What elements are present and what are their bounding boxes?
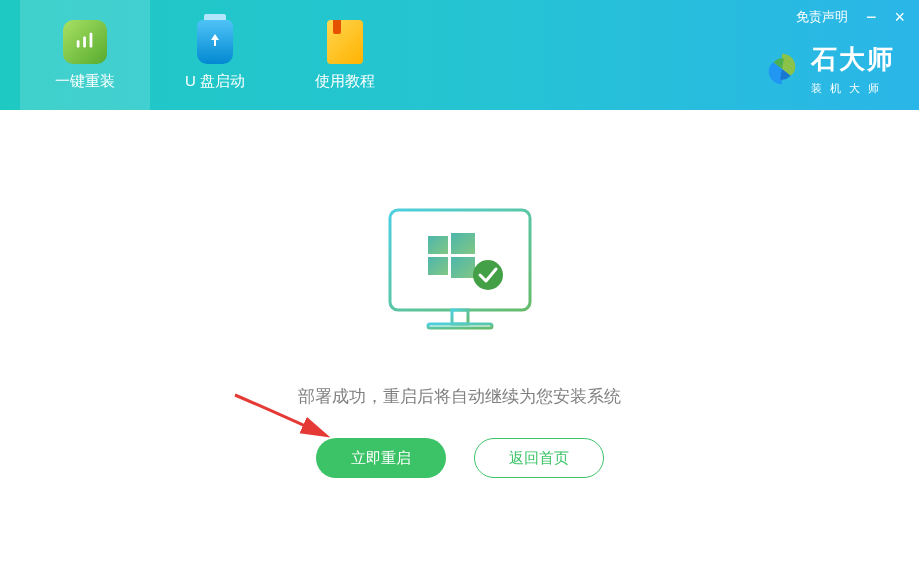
- brand: 石大师 装机大师: [763, 42, 895, 96]
- svg-rect-1: [83, 36, 86, 47]
- restart-button[interactable]: 立即重启: [316, 438, 446, 478]
- tab-usb[interactable]: U 盘启动: [150, 0, 280, 110]
- header: 一键重装 U 盘启动 使用教程 免责声明 − ×: [0, 0, 919, 110]
- svg-rect-0: [77, 40, 80, 47]
- svg-rect-4: [452, 310, 468, 324]
- tutorial-icon: [323, 20, 367, 64]
- close-icon[interactable]: ×: [894, 8, 905, 26]
- success-illustration: [380, 205, 540, 345]
- home-button[interactable]: 返回首页: [474, 438, 604, 478]
- tabs: 一键重装 U 盘启动 使用教程: [0, 0, 410, 110]
- window-controls: 免责声明 − ×: [796, 8, 905, 26]
- tab-tutorial-label: 使用教程: [315, 72, 375, 91]
- tab-tutorial[interactable]: 使用教程: [280, 0, 410, 110]
- tab-reinstall-label: 一键重装: [55, 72, 115, 91]
- svg-point-10: [473, 260, 503, 290]
- usb-icon: [193, 20, 237, 64]
- svg-rect-2: [90, 32, 93, 47]
- tab-usb-label: U 盘启动: [185, 72, 245, 91]
- svg-rect-6: [428, 236, 448, 254]
- brand-subtitle: 装机大师: [811, 81, 895, 96]
- content-area: 部署成功，重启后将自动继续为您安装系统 立即重启 返回首页: [0, 110, 919, 576]
- svg-rect-7: [451, 233, 475, 254]
- minimize-icon[interactable]: −: [866, 8, 877, 26]
- reinstall-icon: [63, 20, 107, 64]
- svg-rect-5: [428, 324, 492, 328]
- status-message: 部署成功，重启后将自动继续为您安装系统: [298, 385, 621, 408]
- svg-rect-8: [428, 257, 448, 275]
- brand-logo-icon: [763, 50, 801, 88]
- svg-rect-9: [451, 257, 475, 278]
- brand-title: 石大师: [811, 42, 895, 77]
- tab-reinstall[interactable]: 一键重装: [20, 0, 150, 110]
- disclaimer-link[interactable]: 免责声明: [796, 8, 848, 26]
- action-buttons: 立即重启 返回首页: [316, 438, 604, 478]
